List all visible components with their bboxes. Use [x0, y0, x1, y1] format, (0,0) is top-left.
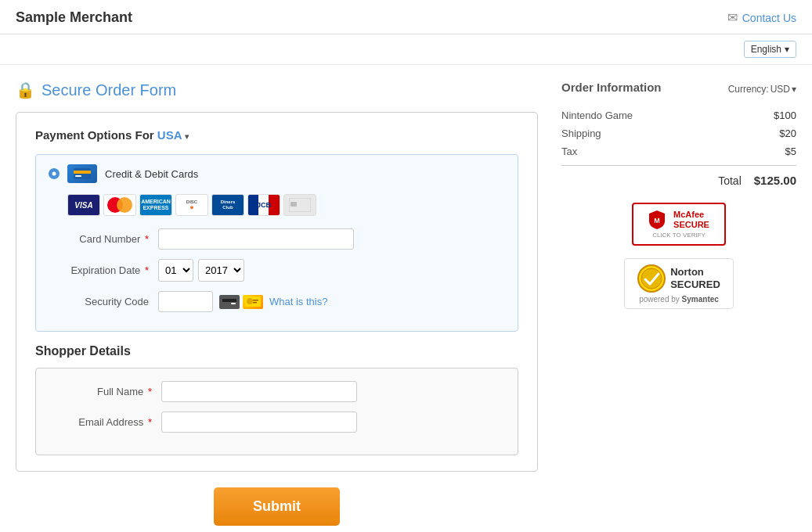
order-info-title: Order Information: [561, 81, 662, 94]
security-badges: M McAfee SECURE CLICK TO VERIFY: [561, 203, 796, 309]
total-amount: $125.00: [754, 174, 796, 187]
full-name-label: Full Name *: [52, 386, 161, 397]
norton-secured: SECURED: [670, 279, 720, 291]
header: Sample Merchant ✉ Contact Us: [0, 0, 812, 34]
svg-rect-10: [253, 300, 258, 301]
total-row: Total $125.00: [561, 174, 796, 187]
security-code-label: Security Code: [49, 296, 158, 307]
security-code-input[interactable]: [158, 291, 213, 312]
security-code-row: Security Code: [49, 291, 505, 312]
full-name-row: Full Name *: [52, 381, 502, 402]
order-items: Nintendo Game $100 Shipping $20 Tax $5: [561, 110, 796, 157]
payment-options-title: Payment Options For USA ▾: [35, 128, 518, 142]
generic-card-icon: [283, 194, 316, 216]
norton-badge[interactable]: Norton SECURED powered by Symantec: [624, 258, 734, 309]
order-item-1: Nintendo Game $100: [561, 110, 796, 121]
item-amount: $5: [785, 146, 796, 157]
credit-card-section: Credit & Debit Cards VISA AM: [35, 154, 518, 332]
currency-selector[interactable]: Currency: USD ▾: [728, 84, 796, 95]
mastercard-icon: [103, 194, 136, 216]
svg-rect-4: [291, 202, 297, 207]
item-amount: $100: [774, 110, 796, 121]
shopper-section: Full Name * Email Address *: [35, 368, 518, 455]
visa-card-icon: VISA: [67, 194, 100, 216]
diners-icon: DinersClub: [211, 194, 244, 216]
main-content: 🔒 Secure Order Form Payment Options For …: [0, 65, 812, 532]
language-label: English: [751, 44, 781, 55]
svg-rect-2: [75, 175, 81, 177]
mcafee-badge[interactable]: M McAfee SECURE CLICK TO VERIFY: [632, 203, 726, 246]
item-name: Shipping: [561, 128, 601, 139]
norton-name: Norton: [670, 266, 720, 279]
secure-order-heading: 🔒 Secure Order Form: [16, 81, 538, 99]
shopper-title: Shopper Details: [35, 344, 518, 358]
discover-icon: DISC ●: [175, 194, 208, 216]
card-number-input[interactable]: [158, 228, 354, 250]
order-info-header: Order Information Currency: USD ▾: [561, 81, 796, 97]
svg-rect-7: [231, 303, 236, 304]
contact-label: Contact Us: [742, 12, 796, 24]
submit-button[interactable]: Submit: [214, 487, 340, 526]
credit-card-radio[interactable]: [49, 168, 60, 179]
country-selector[interactable]: USA ▾: [157, 128, 189, 142]
total-label: Total: [718, 174, 742, 187]
mcafee-verify: CLICK TO VERIFY: [652, 232, 706, 239]
expiry-month-select[interactable]: 01020304 05060708 09101112: [158, 259, 193, 282]
contact-us-link[interactable]: ✉ Contact Us: [727, 10, 796, 25]
mail-icon: ✉: [727, 10, 738, 25]
svg-rect-1: [74, 171, 91, 174]
svg-rect-6: [222, 299, 236, 302]
expiry-year-select[interactable]: 2017201820192020 202120222023: [198, 259, 244, 282]
item-name: Nintendo Game: [561, 110, 633, 121]
required-indicator-exp: *: [145, 264, 149, 276]
country-dropdown-arrow: ▾: [185, 132, 189, 141]
expiration-date-row: Expiration Date * 01020304 05060708 0910…: [49, 259, 505, 282]
order-divider: [561, 165, 796, 166]
security-icons: [219, 295, 263, 309]
submit-area: Submit: [16, 472, 538, 532]
item-name: Tax: [561, 146, 577, 157]
language-dropdown[interactable]: English ▾: [744, 41, 796, 58]
credit-debit-label: Credit & Debit Cards: [105, 168, 198, 180]
right-column: Order Information Currency: USD ▾ Ninten…: [561, 81, 796, 532]
order-item-2: Shipping $20: [561, 128, 796, 139]
mcafee-secure: SECURE: [673, 220, 709, 230]
email-label: Email Address *: [52, 416, 161, 428]
expiration-label: Expiration Date *: [49, 264, 158, 276]
mcafee-name: McAfee: [673, 210, 709, 220]
full-name-input[interactable]: [161, 381, 357, 402]
order-item-3: Tax $5: [561, 146, 796, 157]
svg-rect-11: [253, 302, 257, 304]
left-column: 🔒 Secure Order Form Payment Options For …: [16, 81, 538, 532]
lock-icon: 🔒: [16, 81, 35, 99]
item-amount: $20: [779, 128, 796, 139]
amex-icon: AMERICANEXPRESS: [139, 194, 172, 216]
svg-point-9: [247, 298, 253, 304]
email-row: Email Address *: [52, 412, 502, 433]
payment-card: Payment Options For USA ▾: [16, 112, 538, 472]
card-brands-row: VISA AMERICANEXPRESS: [49, 194, 505, 216]
svg-text:M: M: [654, 217, 660, 225]
card-icon: [67, 164, 97, 183]
chevron-down-icon: ▾: [785, 44, 789, 55]
site-title: Sample Merchant: [16, 9, 132, 26]
norton-symantec: powered by Symantec: [639, 295, 719, 304]
card-number-row: Card Number *: [49, 228, 505, 250]
chevron-down-icon: ▾: [792, 84, 796, 95]
cvv-front-icon: [243, 295, 263, 309]
language-bar: English ▾: [0, 34, 812, 65]
card-number-label: Card Number *: [49, 233, 158, 245]
cvv-back-icon: [219, 295, 240, 309]
secure-heading-text: Secure Order Form: [42, 81, 176, 99]
what-is-this-link[interactable]: What is this?: [269, 296, 327, 307]
email-input[interactable]: [161, 412, 357, 433]
jcb-icon: JCB: [247, 194, 280, 216]
credit-card-header: Credit & Debit Cards: [49, 164, 505, 183]
required-indicator: *: [145, 233, 149, 245]
